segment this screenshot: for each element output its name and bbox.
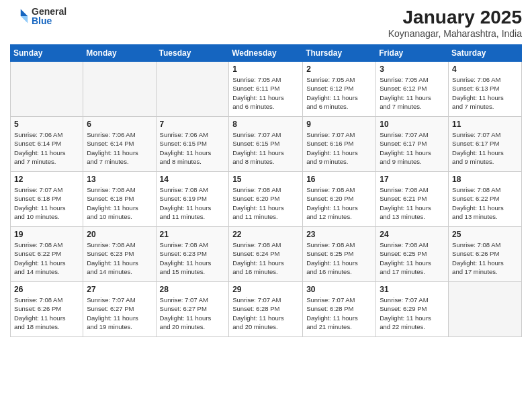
day-number: 18 [452,175,518,184]
calendar-cell: 11Sunrise: 7:07 AM Sunset: 6:17 PM Dayli… [449,117,522,172]
calendar-cell: 13Sunrise: 7:08 AM Sunset: 6:18 PM Dayli… [83,172,156,227]
logo-general: General [32,7,66,16]
calendar-cell [83,62,156,117]
day-number: 5 [14,120,79,129]
day-number: 11 [452,120,518,129]
day-info: Sunrise: 7:08 AM Sunset: 6:22 PM Dayligh… [14,240,79,276]
day-info: Sunrise: 7:06 AM Sunset: 6:14 PM Dayligh… [87,130,152,166]
calendar-cell: 8Sunrise: 7:07 AM Sunset: 6:15 PM Daylig… [229,117,303,172]
day-info: Sunrise: 7:07 AM Sunset: 6:27 PM Dayligh… [160,295,226,331]
title-block: January 2025 Koynanagar, Maharashtra, In… [388,7,522,39]
day-info: Sunrise: 7:08 AM Sunset: 6:20 PM Dayligh… [306,185,372,221]
day-number: 17 [380,175,445,184]
calendar-cell: 4Sunrise: 7:06 AM Sunset: 6:13 PM Daylig… [449,62,522,117]
day-info: Sunrise: 7:08 AM Sunset: 6:24 PM Dayligh… [232,240,299,276]
calendar-cell: 16Sunrise: 7:08 AM Sunset: 6:20 PM Dayli… [303,172,376,227]
logo-blue: Blue [32,16,66,26]
day-info: Sunrise: 7:08 AM Sunset: 6:19 PM Dayligh… [160,185,226,221]
calendar-cell: 31Sunrise: 7:07 AM Sunset: 6:29 PM Dayli… [376,282,449,337]
logo-text: General Blue [32,7,66,26]
day-info: Sunrise: 7:07 AM Sunset: 6:15 PM Dayligh… [232,130,299,166]
calendar-cell: 28Sunrise: 7:07 AM Sunset: 6:27 PM Dayli… [156,282,229,337]
day-info: Sunrise: 7:07 AM Sunset: 6:29 PM Dayligh… [380,295,445,331]
day-number: 25 [452,230,518,239]
day-number: 19 [14,230,79,239]
day-info: Sunrise: 7:08 AM Sunset: 6:25 PM Dayligh… [380,240,445,276]
day-info: Sunrise: 7:06 AM Sunset: 6:13 PM Dayligh… [452,75,518,111]
day-info: Sunrise: 7:06 AM Sunset: 6:15 PM Dayligh… [160,130,226,166]
day-info: Sunrise: 7:07 AM Sunset: 6:28 PM Dayligh… [306,295,372,331]
calendar-cell: 18Sunrise: 7:08 AM Sunset: 6:22 PM Dayli… [449,172,522,227]
calendar-body: 1Sunrise: 7:05 AM Sunset: 6:11 PM Daylig… [11,62,522,337]
day-number: 23 [306,230,372,239]
day-number: 2 [306,64,372,74]
day-info: Sunrise: 7:08 AM Sunset: 6:21 PM Dayligh… [380,185,445,221]
calendar-cell: 26Sunrise: 7:08 AM Sunset: 6:26 PM Dayli… [11,282,83,337]
calendar-cell: 15Sunrise: 7:08 AM Sunset: 6:20 PM Dayli… [229,172,303,227]
weekday-header-wednesday: Wednesday [229,45,303,62]
week-row-0: 1Sunrise: 7:05 AM Sunset: 6:11 PM Daylig… [11,62,522,117]
day-number: 16 [306,175,372,184]
week-row-4: 26Sunrise: 7:08 AM Sunset: 6:26 PM Dayli… [11,282,522,337]
week-row-1: 5Sunrise: 7:06 AM Sunset: 6:14 PM Daylig… [11,117,522,172]
weekday-header-friday: Friday [376,45,449,62]
day-number: 24 [380,230,445,239]
day-info: Sunrise: 7:07 AM Sunset: 6:28 PM Dayligh… [232,295,299,331]
calendar-header: SundayMondayTuesdayWednesdayThursdayFrid… [11,45,522,62]
day-number: 3 [380,64,445,74]
day-info: Sunrise: 7:05 AM Sunset: 6:11 PM Dayligh… [232,75,299,111]
day-info: Sunrise: 7:08 AM Sunset: 6:26 PM Dayligh… [452,240,518,276]
calendar-cell: 27Sunrise: 7:07 AM Sunset: 6:27 PM Dayli… [83,282,156,337]
day-info: Sunrise: 7:08 AM Sunset: 6:22 PM Dayligh… [452,185,518,221]
calendar-cell: 2Sunrise: 7:05 AM Sunset: 6:12 PM Daylig… [303,62,376,117]
calendar-cell: 23Sunrise: 7:08 AM Sunset: 6:25 PM Dayli… [303,227,376,282]
calendar-cell: 29Sunrise: 7:07 AM Sunset: 6:28 PM Dayli… [229,282,303,337]
calendar-subtitle: Koynanagar, Maharashtra, India [388,28,522,39]
day-info: Sunrise: 7:07 AM Sunset: 6:18 PM Dayligh… [14,185,79,221]
logo-icon [10,7,29,26]
day-info: Sunrise: 7:05 AM Sunset: 6:12 PM Dayligh… [380,75,445,111]
day-info: Sunrise: 7:06 AM Sunset: 6:14 PM Dayligh… [14,130,79,166]
calendar-cell [11,62,83,117]
calendar-cell: 7Sunrise: 7:06 AM Sunset: 6:15 PM Daylig… [156,117,229,172]
weekday-row: SundayMondayTuesdayWednesdayThursdayFrid… [11,45,522,62]
day-number: 29 [232,285,299,294]
day-info: Sunrise: 7:05 AM Sunset: 6:12 PM Dayligh… [306,75,372,111]
day-number: 20 [87,230,152,239]
day-number: 30 [306,285,372,294]
day-number: 28 [160,285,226,294]
calendar-cell: 17Sunrise: 7:08 AM Sunset: 6:21 PM Dayli… [376,172,449,227]
calendar-cell: 14Sunrise: 7:08 AM Sunset: 6:19 PM Dayli… [156,172,229,227]
day-number: 9 [306,120,372,129]
calendar-table: SundayMondayTuesdayWednesdayThursdayFrid… [10,44,522,337]
week-row-2: 12Sunrise: 7:07 AM Sunset: 6:18 PM Dayli… [11,172,522,227]
day-number: 27 [87,285,152,294]
day-number: 7 [160,120,226,129]
day-info: Sunrise: 7:07 AM Sunset: 6:17 PM Dayligh… [380,130,445,166]
day-number: 1 [232,64,299,74]
calendar-title: January 2025 [388,7,522,28]
day-number: 22 [232,230,299,239]
calendar-cell: 5Sunrise: 7:06 AM Sunset: 6:14 PM Daylig… [11,117,83,172]
day-number: 26 [14,285,79,294]
day-number: 31 [380,285,445,294]
calendar-cell: 20Sunrise: 7:08 AM Sunset: 6:23 PM Dayli… [83,227,156,282]
calendar-cell: 22Sunrise: 7:08 AM Sunset: 6:24 PM Dayli… [229,227,303,282]
calendar-cell: 21Sunrise: 7:08 AM Sunset: 6:23 PM Dayli… [156,227,229,282]
day-info: Sunrise: 7:08 AM Sunset: 6:26 PM Dayligh… [14,295,79,331]
calendar-cell: 25Sunrise: 7:08 AM Sunset: 6:26 PM Dayli… [449,227,522,282]
calendar-cell: 1Sunrise: 7:05 AM Sunset: 6:11 PM Daylig… [229,62,303,117]
weekday-header-sunday: Sunday [11,45,83,62]
calendar-cell: 30Sunrise: 7:07 AM Sunset: 6:28 PM Dayli… [303,282,376,337]
day-number: 8 [232,120,299,129]
day-info: Sunrise: 7:07 AM Sunset: 6:27 PM Dayligh… [87,295,152,331]
day-number: 15 [232,175,299,184]
calendar-cell: 6Sunrise: 7:06 AM Sunset: 6:14 PM Daylig… [83,117,156,172]
calendar-cell: 24Sunrise: 7:08 AM Sunset: 6:25 PM Dayli… [376,227,449,282]
calendar-cell: 12Sunrise: 7:07 AM Sunset: 6:18 PM Dayli… [11,172,83,227]
day-info: Sunrise: 7:07 AM Sunset: 6:16 PM Dayligh… [306,130,372,166]
weekday-header-tuesday: Tuesday [156,45,229,62]
day-number: 10 [380,120,445,129]
weekday-header-monday: Monday [83,45,156,62]
header: General Blue January 2025 Koynanagar, Ma… [10,7,522,39]
